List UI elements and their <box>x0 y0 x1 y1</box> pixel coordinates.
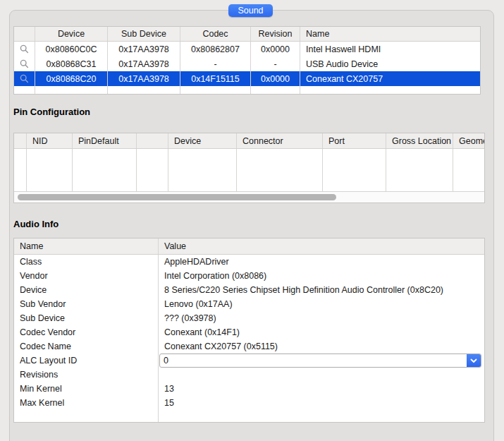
table-row[interactable]: 0x80868C200x17AA39780x14F151150x0000Cone… <box>14 71 480 86</box>
column-header-PinDefault[interactable]: PinDefault <box>73 133 137 148</box>
column-header-Revision[interactable]: Revision <box>251 27 300 41</box>
info-value-cell <box>159 368 484 382</box>
info-value-cell: Conexant CX20757 (0x5115) <box>159 339 484 354</box>
empty-cell <box>14 410 159 422</box>
magnifier-icon <box>14 74 35 83</box>
tab-sound-label: Sound <box>238 6 263 16</box>
device-cell: 0x80868C31 <box>35 56 108 71</box>
empty-cell <box>323 149 386 191</box>
info-value-cell: 15 <box>159 396 484 410</box>
column-header-Device[interactable]: Device <box>168 133 237 148</box>
empty-cell <box>159 410 484 422</box>
empty-cell <box>453 149 485 191</box>
empty-cell <box>386 149 453 191</box>
audio-info-table: NameValueClassAppleHDADriverVendorIntel … <box>13 238 485 423</box>
info-value-cell: Conexant (0x14F1) <box>159 325 484 339</box>
audio-info-row: Sub VendorLenovo (0x17AA) <box>14 297 484 311</box>
table-row[interactable]: 0x80860C0C0x17AA39780x808628070x0000Inte… <box>14 42 480 56</box>
info-name-cell: ALC Layout ID <box>14 354 159 368</box>
alc-layout-id-combobox[interactable]: 0 <box>159 354 481 368</box>
column-header-name[interactable]: Name <box>14 238 159 254</box>
info-name-cell: Vendor <box>14 269 159 283</box>
name-cell: Intel Haswell HDMI <box>300 42 480 56</box>
pin-table-empty-body <box>14 149 484 191</box>
empty-cell <box>108 86 180 94</box>
audio-info-row: Codec VendorConexant (0x14F1) <box>14 325 484 339</box>
revision-cell: - <box>251 56 300 71</box>
info-name-cell: Min Kernel <box>14 382 159 396</box>
combobox-value: 0 <box>160 356 467 366</box>
device-cell: 0x80868C20 <box>35 71 108 86</box>
column-header-value[interactable]: Value <box>159 238 484 254</box>
empty-cell <box>180 86 251 94</box>
column-header-blank[interactable] <box>137 133 168 148</box>
info-value-cell: AppleHDADriver <box>159 255 484 269</box>
info-name-cell: Max Kernel <box>14 396 159 410</box>
horizontal-scrollbar[interactable] <box>14 191 484 203</box>
empty-cell <box>137 149 168 191</box>
info-value-cell: 0 <box>159 354 484 368</box>
info-value-cell: 13 <box>159 382 484 396</box>
empty-cell <box>14 86 35 94</box>
row-icon-cell <box>14 42 35 56</box>
pin-configuration-table: NIDPinDefaultDeviceConnectorPortGross Lo… <box>13 133 485 203</box>
table-row[interactable]: 0x80868C310x17AA3978--USB Audio Device <box>14 56 480 71</box>
device-table-header: DeviceSub DeviceCodecRevisionName <box>14 27 480 42</box>
empty-cell <box>251 86 300 94</box>
sub-device-cell: 0x17AA3978 <box>108 56 180 71</box>
combobox-dropdown-button[interactable] <box>467 354 481 367</box>
column-header-Connector[interactable]: Connector <box>237 133 323 148</box>
tab-sound[interactable]: Sound <box>228 4 273 17</box>
info-value-cell: 8 Series/C220 Series Chipset High Defini… <box>159 283 484 297</box>
empty-cell <box>27 149 73 191</box>
column-header-Codec[interactable]: Codec <box>180 27 251 41</box>
empty-cell <box>168 149 237 191</box>
device-cell: 0x80860C0C <box>35 42 108 56</box>
audio-info-row: ALC Layout ID0 <box>14 354 484 368</box>
empty-cell <box>35 86 108 94</box>
empty-cell <box>300 86 480 94</box>
column-header-Name[interactable]: Name <box>300 27 480 41</box>
info-value-cell: Lenovo (0x17AA) <box>159 297 484 311</box>
column-header-Gross Location[interactable]: Gross Location <box>386 133 453 148</box>
sound-tab-page: Sound DeviceSub DeviceCodecRevisionName0… <box>0 0 504 441</box>
column-header-Device[interactable]: Device <box>35 27 108 41</box>
revision-cell: 0x0000 <box>251 71 300 86</box>
audio-info-header: NameValue <box>14 238 484 255</box>
magnifier-icon <box>14 59 35 68</box>
audio-info-row: ClassAppleHDADriver <box>14 255 484 269</box>
codec-cell: 0x14F15115 <box>180 71 251 86</box>
empty-cell <box>14 149 27 191</box>
audio-info-row: Sub Device??? (0x3978) <box>14 311 484 325</box>
empty-cell <box>73 149 137 191</box>
empty-cell <box>237 149 323 191</box>
audio-info-row: Revisions <box>14 368 484 382</box>
audio-info-title: Audio Info <box>13 219 59 229</box>
audio-info-row: Codec NameConexant CX20757 (0x5115) <box>14 339 484 354</box>
name-cell: Conexant CX20757 <box>300 71 480 86</box>
info-name-cell: Sub Vendor <box>14 297 159 311</box>
info-value-cell: Intel Corporation (0x8086) <box>159 269 484 283</box>
row-icon-cell <box>14 71 35 86</box>
revision-cell: 0x0000 <box>251 42 300 56</box>
info-name-cell: Codec Vendor <box>14 325 159 339</box>
codec-cell: - <box>180 56 251 71</box>
column-header-Geometric Location[interactable]: Geometric Location <box>453 133 485 148</box>
column-header-NID[interactable]: NID <box>27 133 73 148</box>
column-header-Sub Device[interactable]: Sub Device <box>108 27 180 41</box>
pin-configuration-title: Pin Configuration <box>13 107 90 117</box>
empty-row <box>14 410 484 422</box>
chevron-down-icon <box>470 356 477 366</box>
row-icon-cell <box>14 56 35 71</box>
sub-device-cell: 0x17AA3978 <box>108 42 180 56</box>
column-header-blank[interactable] <box>14 133 27 148</box>
codec-cell: 0x80862807 <box>180 42 251 56</box>
info-name-cell: Sub Device <box>14 311 159 325</box>
column-header-icon[interactable] <box>14 27 35 41</box>
info-name-cell: Codec Name <box>14 339 159 354</box>
empty-row <box>14 86 480 94</box>
scrollbar-thumb[interactable] <box>18 194 336 200</box>
column-header-Port[interactable]: Port <box>323 133 386 148</box>
audio-info-row: VendorIntel Corporation (0x8086) <box>14 269 484 283</box>
magnifier-icon <box>14 44 35 54</box>
